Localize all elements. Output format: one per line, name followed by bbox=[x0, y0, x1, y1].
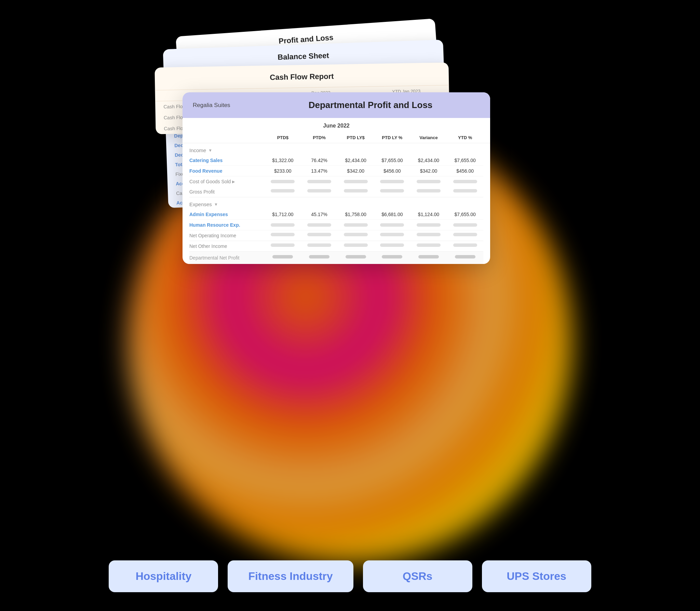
admin-expenses-label[interactable]: Admin Expenses bbox=[189, 212, 265, 217]
catering-ptd-ly-dollar: $2,434.00 bbox=[337, 158, 374, 163]
cogs-label[interactable]: Cost of Goods Sold ▶ bbox=[189, 179, 265, 184]
hr-expenses-label[interactable]: Human Resource Exp. bbox=[189, 222, 265, 228]
food-revenue-row: Food Revenue $233.00 13.47% $342.00 $456… bbox=[189, 166, 483, 176]
gross-bar2 bbox=[301, 189, 338, 195]
hr-bar2 bbox=[301, 223, 338, 227]
cogs-bar4 bbox=[374, 180, 410, 183]
admin-ptd-ly-pct: $6,681.00 bbox=[374, 212, 410, 217]
gross-profit-row: Gross Profit bbox=[189, 187, 483, 197]
cogs-bar2 bbox=[301, 180, 338, 183]
gross-bar5 bbox=[410, 189, 447, 195]
main-column-headers: PTD$ PTD% PTD LY$ PTD LY % Variance YTD … bbox=[183, 132, 490, 143]
col-ytd-pct: YTD % bbox=[447, 132, 483, 143]
noi2-bar4 bbox=[374, 243, 410, 249]
admin-variance: $1,124.00 bbox=[410, 212, 447, 217]
dnp-bar2 bbox=[301, 255, 338, 261]
noi-bar2 bbox=[301, 233, 338, 238]
noi-bar5 bbox=[410, 233, 447, 238]
cogs-expand-icon: ▶ bbox=[232, 180, 235, 184]
card-main-header: Regalia Suites Departmental Profit and L… bbox=[183, 92, 490, 118]
dept-net-profit-row: Departmental Net Profit bbox=[189, 252, 483, 264]
pill-fitness[interactable]: Fitness Industry bbox=[228, 560, 353, 592]
catering-ytd-pct: $7,655.00 bbox=[447, 158, 483, 163]
catering-ptd-ly-pct: $7,655.00 bbox=[374, 158, 410, 163]
food-variance: $342.00 bbox=[410, 168, 447, 174]
hr-bar5 bbox=[410, 223, 447, 227]
card-main-body: Income ▼ Catering Sales $1,322.00 76.42%… bbox=[183, 143, 490, 264]
gross-bar3 bbox=[337, 189, 374, 195]
food-ptd-ly-dollar: $342.00 bbox=[337, 168, 374, 174]
food-revenue-label[interactable]: Food Revenue bbox=[189, 168, 265, 174]
income-section-header: Income ▼ bbox=[189, 143, 483, 155]
cogs-bar1 bbox=[265, 180, 301, 183]
expenses-section-label: Expenses ▼ bbox=[189, 201, 265, 207]
gross-bar1 bbox=[265, 189, 301, 195]
card-main-title: Departmental Profit and Loss bbox=[261, 100, 480, 110]
report-period: June 2022 bbox=[183, 118, 490, 132]
hr-expenses-row: Human Resource Exp. bbox=[189, 220, 483, 230]
hr-bar6 bbox=[447, 223, 483, 227]
hr-bar4 bbox=[374, 223, 410, 227]
admin-expenses-row: Admin Expenses $1,712.00 45.17% $1,758.0… bbox=[189, 209, 483, 220]
gross-bar6 bbox=[447, 189, 483, 195]
income-arrow-icon: ▼ bbox=[208, 148, 212, 153]
noi-bar1 bbox=[265, 233, 301, 238]
net-operating-row: Net Operating Income bbox=[189, 230, 483, 241]
noi2-bar1 bbox=[265, 243, 301, 249]
pill-hospitality[interactable]: Hospitality bbox=[109, 560, 218, 592]
col-variance: Variance bbox=[410, 132, 447, 143]
catering-variance: $2,434.00 bbox=[410, 158, 447, 163]
category-pills: Hospitality Fitness Industry QSRs UPS St… bbox=[77, 560, 623, 592]
pill-ups[interactable]: UPS Stores bbox=[482, 560, 591, 592]
noi2-bar2 bbox=[301, 243, 338, 249]
pill-qsrs[interactable]: QSRs bbox=[363, 560, 472, 592]
gross-profit-label: Gross Profit bbox=[189, 189, 265, 195]
noi2-bar3 bbox=[337, 243, 374, 249]
gross-bar4 bbox=[374, 189, 410, 195]
noi2-bar6 bbox=[447, 243, 483, 249]
hr-bar1 bbox=[265, 223, 301, 227]
noi-bar4 bbox=[374, 233, 410, 238]
col-ptd-dollar: PTD$ bbox=[265, 132, 301, 143]
catering-ptd-pct: 76.42% bbox=[301, 158, 338, 163]
dnp-bar3 bbox=[337, 255, 374, 261]
dnp-bar6 bbox=[447, 255, 483, 261]
net-other-label: Net Other Income bbox=[189, 243, 265, 249]
pill-qsrs-label: QSRs bbox=[403, 570, 432, 582]
admin-ytd-pct: $7,655.00 bbox=[447, 212, 483, 217]
cogs-row: Cost of Goods Sold ▶ bbox=[189, 176, 483, 187]
pill-ups-label: UPS Stores bbox=[507, 570, 566, 582]
hr-bar3 bbox=[337, 223, 374, 227]
income-section-label: Income ▼ bbox=[189, 147, 265, 153]
catering-ptd-dollar: $1,322.00 bbox=[265, 158, 301, 163]
food-ytd-pct: $456.00 bbox=[447, 168, 483, 174]
dept-net-label: Departmental Net Profit bbox=[189, 255, 265, 261]
noi-bar3 bbox=[337, 233, 374, 238]
food-ptd-dollar: $233.00 bbox=[265, 168, 301, 174]
entity-name: Regalia Suites bbox=[193, 102, 261, 109]
food-ptd-pct: 13.47% bbox=[301, 168, 338, 174]
catering-sales-row: Catering Sales $1,322.00 76.42% $2,434.0… bbox=[189, 155, 483, 166]
catering-sales-label[interactable]: Catering Sales bbox=[189, 158, 265, 163]
cogs-bar3 bbox=[337, 180, 374, 183]
pill-fitness-label: Fitness Industry bbox=[248, 570, 333, 582]
cogs-bar5 bbox=[410, 180, 447, 183]
noi-bar6 bbox=[447, 233, 483, 238]
col-ptd-ly-pct: PTD LY % bbox=[374, 132, 410, 143]
net-operating-label: Net Operating Income bbox=[189, 233, 265, 238]
cards-scene: Profit and Loss PTD as of Dec 2022 YTD J… bbox=[162, 21, 538, 328]
dnp-bar5 bbox=[410, 255, 447, 261]
cogs-bar6 bbox=[447, 180, 483, 183]
dnp-bar4 bbox=[374, 255, 410, 261]
food-ptd-ly-pct: $456.00 bbox=[374, 168, 410, 174]
col-ptd-pct: PTD% bbox=[301, 132, 338, 143]
admin-ptd-dollar: $1,712.00 bbox=[265, 212, 301, 217]
noi2-bar5 bbox=[410, 243, 447, 249]
expenses-section-header: Expenses ▼ bbox=[189, 197, 483, 209]
col-ptd-ly-dollar: PTD LY$ bbox=[337, 132, 374, 143]
departmental-pl-card: Regalia Suites Departmental Profit and L… bbox=[183, 92, 490, 264]
admin-ptd-pct: 45.17% bbox=[301, 212, 338, 217]
expenses-arrow-icon: ▼ bbox=[214, 202, 218, 207]
col-label bbox=[189, 132, 265, 143]
net-other-row: Net Other Income bbox=[189, 241, 483, 252]
